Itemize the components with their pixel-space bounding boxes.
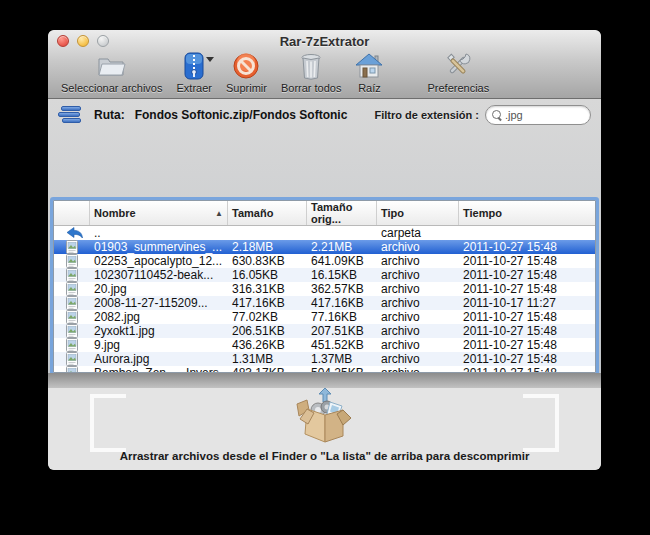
file-orig-size: 2.21MB: [307, 240, 377, 254]
home-icon: [355, 51, 383, 81]
path-label: Ruta:: [94, 108, 125, 122]
image-file-icon: [66, 268, 78, 282]
column-header-size[interactable]: Tamaño: [228, 201, 307, 225]
root-button[interactable]: Raíz: [348, 49, 390, 98]
table-row[interactable]: Bamboo_Zen___Invers... 483.17KB 504.25KB…: [54, 366, 595, 373]
toolbar-label: Suprimir: [226, 82, 267, 94]
list-stack-icon: [58, 106, 84, 124]
image-file-icon: [66, 282, 78, 296]
row-icon-cell: [54, 366, 90, 373]
image-file-icon: [66, 296, 78, 310]
toolbar-label: Preferencias: [427, 82, 489, 94]
file-type: archivo: [377, 240, 459, 254]
column-header-name[interactable]: Nombre ▲: [90, 201, 228, 225]
drop-corner-bracket-right: [523, 394, 559, 452]
row-icon-cell: [54, 254, 90, 268]
toolbar: Seleccionar archivos Extraer: [48, 52, 601, 98]
table-row[interactable]: Aurora.jpg 1.31MB 1.37MB archivo 2011-10…: [54, 352, 595, 366]
file-size: 206.51KB: [228, 324, 307, 338]
file-size: 1.31MB: [228, 352, 307, 366]
toolbar-label: Raíz: [358, 82, 381, 94]
row-icon-cell: [54, 240, 90, 254]
file-type: archivo: [377, 338, 459, 352]
row-icon-cell: [54, 310, 90, 324]
select-files-button[interactable]: Seleccionar archivos: [54, 49, 170, 98]
extension-filter-input[interactable]: .jpg: [485, 105, 591, 125]
file-orig-size: 16.15KB: [307, 268, 377, 282]
filter-value: .jpg: [505, 109, 523, 121]
file-size: 16.05KB: [228, 268, 307, 282]
sort-ascending-icon: ▲: [211, 209, 223, 218]
path-bar: Ruta: Fondos Softonic.zip/Fondos Softoni…: [48, 99, 601, 131]
column-header-orig-size[interactable]: Tamaño orig...: [307, 201, 377, 225]
file-time: 2011-10-27 15:48: [459, 366, 595, 373]
divider-band: [48, 373, 601, 388]
content-area: Ruta: Fondos Softonic.zip/Fondos Softoni…: [48, 99, 601, 373]
file-orig-size: 362.57KB: [307, 282, 377, 296]
table-body: .. carpeta 01903_summervines_... 2.18MB …: [54, 226, 595, 373]
back-arrow-icon: [66, 227, 83, 239]
trash-icon: [300, 51, 322, 81]
image-file-icon: [66, 254, 78, 268]
file-name: 2yxokt1.jpg: [90, 324, 228, 338]
table-row[interactable]: .. carpeta: [54, 226, 595, 240]
table-row[interactable]: 20.jpg 316.31KB 362.57KB archivo 2011-10…: [54, 282, 595, 296]
current-path: Fondos Softonic.zip/Fondos Softonic: [135, 108, 348, 122]
table-row[interactable]: 2008-11-27-115209... 417.16KB 417.16KB a…: [54, 296, 595, 310]
row-icon-cell: [54, 227, 90, 239]
file-time: 2011-10-27 15:48: [459, 240, 595, 254]
extract-button[interactable]: Extraer: [170, 49, 219, 98]
file-size: 316.31KB: [228, 282, 307, 296]
file-name: 01903_summervines_...: [90, 240, 228, 254]
file-size: 483.17KB: [228, 366, 307, 373]
file-type: archivo: [377, 366, 459, 373]
file-size: 436.26KB: [228, 338, 307, 352]
row-icon-cell: [54, 268, 90, 282]
table-row[interactable]: 2yxokt1.jpg 206.51KB 207.51KB archivo 20…: [54, 324, 595, 338]
toolbar-label: Seleccionar archivos: [61, 82, 163, 94]
table-row[interactable]: 9.jpg 436.26KB 451.52KB archivo 2011-10-…: [54, 338, 595, 352]
remove-button[interactable]: Suprimir: [219, 49, 274, 98]
image-file-icon: [66, 352, 78, 366]
file-name: 20.jpg: [90, 282, 228, 296]
column-header-type[interactable]: Tipo: [377, 201, 459, 225]
preferences-button[interactable]: Preferencias: [420, 49, 496, 98]
window-title: Rar-7zExtrator: [48, 34, 601, 49]
image-file-icon: [66, 240, 78, 254]
file-time: 2011-10-17 11:27: [459, 296, 595, 310]
prohibition-icon: [233, 51, 259, 81]
table-row[interactable]: 02253_apocalypto_12... 630.83KB 641.09KB…: [54, 254, 595, 268]
table-row[interactable]: 2082.jpg 77.02KB 77.16KB archivo 2011-10…: [54, 310, 595, 324]
file-orig-size: 451.52KB: [307, 338, 377, 352]
file-name: 102307110452-beak...: [90, 268, 228, 282]
filter-label: Filtro de extensión :: [374, 109, 479, 121]
titlebar[interactable]: Rar-7zExtrator: [48, 30, 601, 52]
table-row[interactable]: 102307110452-beak... 16.05KB 16.15KB arc…: [54, 268, 595, 282]
file-time: 2011-10-27 15:48: [459, 310, 595, 324]
file-size: 417.16KB: [228, 296, 307, 310]
search-icon: [492, 110, 503, 121]
file-type: archivo: [377, 282, 459, 296]
clear-all-button[interactable]: Borrar todos: [274, 49, 349, 98]
file-table: Nombre ▲ Tamaño Tamaño orig... Tipo Tiem…: [53, 200, 596, 373]
file-name: 2082.jpg: [90, 310, 228, 324]
file-orig-size: 77.16KB: [307, 310, 377, 324]
file-name: ..: [90, 226, 228, 240]
file-time: 2011-10-27 15:48: [459, 324, 595, 338]
drop-zone[interactable]: Arrastrar archivos desde el Finder o "La…: [48, 388, 601, 470]
column-header-icon[interactable]: [54, 201, 90, 225]
file-name: 2008-11-27-115209...: [90, 296, 228, 310]
toolbar-label: Borrar todos: [281, 82, 342, 94]
file-name: Bamboo_Zen___Invers...: [90, 366, 228, 373]
image-file-icon: [66, 310, 78, 324]
file-orig-size: 207.51KB: [307, 324, 377, 338]
file-type: carpeta: [377, 226, 459, 240]
row-icon-cell: [54, 338, 90, 352]
table-row[interactable]: 01903_summervines_... 2.18MB 2.21MB arch…: [54, 240, 595, 254]
row-icon-cell: [54, 282, 90, 296]
file-orig-size: 1.37MB: [307, 352, 377, 366]
file-orig-size: 417.16KB: [307, 296, 377, 310]
column-header-time[interactable]: Tiempo: [459, 201, 595, 225]
extract-dropdown-arrow[interactable]: [206, 57, 214, 62]
row-icon-cell: [54, 352, 90, 366]
